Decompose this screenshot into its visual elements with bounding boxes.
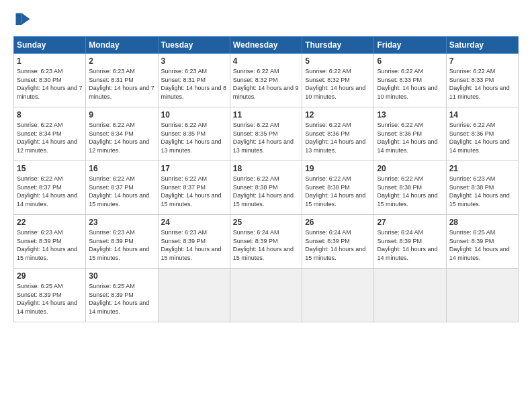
day-number: 1 — [17, 56, 83, 66]
day-cell: 1 Sunrise: 6:23 AM Sunset: 8:30 PM Dayli… — [14, 54, 86, 107]
day-number: 2 — [89, 56, 154, 66]
day-cell: 11 Sunrise: 6:22 AM Sunset: 8:35 PM Dayl… — [230, 107, 302, 161]
day-info: Sunrise: 6:24 AM Sunset: 8:39 PM Dayligh… — [305, 228, 371, 262]
day-number: 3 — [161, 56, 227, 66]
day-cell: 24 Sunrise: 6:23 AM Sunset: 8:39 PM Dayl… — [158, 215, 230, 269]
day-number: 22 — [17, 218, 83, 227]
logo-icon — [13, 11, 32, 30]
svg-rect-1 — [16, 13, 22, 26]
day-number: 19 — [305, 164, 371, 173]
day-cell: 21 Sunrise: 6:23 AM Sunset: 8:38 PM Dayl… — [446, 161, 518, 215]
calendar-table: SundayMondayTuesdayWednesdayThursdayFrid… — [13, 36, 519, 322]
day-info: Sunrise: 6:22 AM Sunset: 8:38 PM Dayligh… — [233, 175, 299, 208]
day-cell: 28 Sunrise: 6:25 AM Sunset: 8:39 PM Dayl… — [446, 215, 518, 269]
day-cell: 12 Sunrise: 6:22 AM Sunset: 8:36 PM Dayl… — [302, 107, 374, 161]
day-info: Sunrise: 6:22 AM Sunset: 8:33 PM Dayligh… — [449, 67, 515, 101]
day-number: 4 — [233, 56, 299, 66]
day-cell: 20 Sunrise: 6:22 AM Sunset: 8:38 PM Dayl… — [374, 161, 446, 215]
day-cell: 19 Sunrise: 6:22 AM Sunset: 8:38 PM Dayl… — [302, 161, 374, 215]
day-cell: 6 Sunrise: 6:22 AM Sunset: 8:33 PM Dayli… — [374, 54, 446, 107]
day-number: 14 — [449, 110, 515, 120]
day-cell: 22 Sunrise: 6:23 AM Sunset: 8:39 PM Dayl… — [14, 215, 86, 269]
day-info: Sunrise: 6:22 AM Sunset: 8:36 PM Dayligh… — [449, 121, 515, 154]
day-number: 20 — [377, 164, 443, 173]
day-cell: 29 Sunrise: 6:25 AM Sunset: 8:39 PM Dayl… — [14, 269, 86, 322]
day-cell: 9 Sunrise: 6:22 AM Sunset: 8:34 PM Dayli… — [86, 107, 158, 161]
day-number: 11 — [233, 110, 299, 120]
day-info: Sunrise: 6:22 AM Sunset: 8:38 PM Dayligh… — [377, 175, 443, 208]
col-header-friday: Friday — [374, 37, 446, 54]
day-cell: 30 Sunrise: 6:25 AM Sunset: 8:39 PM Dayl… — [86, 269, 158, 322]
day-info: Sunrise: 6:23 AM Sunset: 8:38 PM Dayligh… — [449, 175, 515, 208]
day-info: Sunrise: 6:22 AM Sunset: 8:34 PM Dayligh… — [89, 121, 154, 154]
day-number: 17 — [161, 164, 227, 173]
day-info: Sunrise: 6:22 AM Sunset: 8:37 PM Dayligh… — [89, 175, 154, 208]
day-number: 6 — [377, 56, 443, 66]
day-info: Sunrise: 6:23 AM Sunset: 8:31 PM Dayligh… — [89, 67, 154, 101]
page: SundayMondayTuesdayWednesdayThursdayFrid… — [0, 0, 532, 411]
day-cell — [302, 269, 374, 322]
day-info: Sunrise: 6:25 AM Sunset: 8:39 PM Dayligh… — [89, 282, 154, 316]
col-header-monday: Monday — [86, 37, 158, 54]
svg-marker-0 — [21, 13, 30, 26]
day-cell: 27 Sunrise: 6:24 AM Sunset: 8:39 PM Dayl… — [374, 215, 446, 269]
day-info: Sunrise: 6:22 AM Sunset: 8:35 PM Dayligh… — [161, 121, 227, 154]
day-cell: 5 Sunrise: 6:22 AM Sunset: 8:32 PM Dayli… — [302, 54, 374, 107]
header — [13, 11, 519, 30]
day-cell: 18 Sunrise: 6:22 AM Sunset: 8:38 PM Dayl… — [230, 161, 302, 215]
logo — [13, 11, 35, 30]
day-info: Sunrise: 6:22 AM Sunset: 8:38 PM Dayligh… — [305, 175, 371, 208]
day-number: 28 — [449, 218, 515, 227]
day-number: 16 — [89, 164, 154, 173]
day-cell: 14 Sunrise: 6:22 AM Sunset: 8:36 PM Dayl… — [446, 107, 518, 161]
day-number: 23 — [89, 218, 154, 227]
day-info: Sunrise: 6:22 AM Sunset: 8:32 PM Dayligh… — [233, 67, 299, 101]
day-info: Sunrise: 6:22 AM Sunset: 8:32 PM Dayligh… — [305, 67, 371, 101]
day-number: 10 — [161, 110, 227, 120]
week-row-1: 1 Sunrise: 6:23 AM Sunset: 8:30 PM Dayli… — [14, 54, 519, 107]
day-number: 25 — [233, 218, 299, 227]
day-cell — [374, 269, 446, 322]
day-info: Sunrise: 6:22 AM Sunset: 8:36 PM Dayligh… — [377, 121, 443, 154]
day-number: 26 — [305, 218, 371, 227]
day-number: 21 — [449, 164, 515, 173]
day-info: Sunrise: 6:22 AM Sunset: 8:37 PM Dayligh… — [161, 175, 227, 208]
col-header-saturday: Saturday — [446, 37, 518, 54]
col-header-sunday: Sunday — [14, 37, 86, 54]
day-info: Sunrise: 6:24 AM Sunset: 8:39 PM Dayligh… — [233, 228, 299, 262]
day-cell: 26 Sunrise: 6:24 AM Sunset: 8:39 PM Dayl… — [302, 215, 374, 269]
day-number: 12 — [305, 110, 371, 120]
day-number: 7 — [449, 56, 515, 66]
day-cell: 2 Sunrise: 6:23 AM Sunset: 8:31 PM Dayli… — [86, 54, 158, 107]
day-number: 24 — [161, 218, 227, 227]
day-info: Sunrise: 6:23 AM Sunset: 8:30 PM Dayligh… — [17, 67, 83, 101]
day-cell: 10 Sunrise: 6:22 AM Sunset: 8:35 PM Dayl… — [158, 107, 230, 161]
day-info: Sunrise: 6:25 AM Sunset: 8:39 PM Dayligh… — [17, 282, 83, 316]
day-cell: 17 Sunrise: 6:22 AM Sunset: 8:37 PM Dayl… — [158, 161, 230, 215]
day-cell: 3 Sunrise: 6:23 AM Sunset: 8:31 PM Dayli… — [158, 54, 230, 107]
day-number: 5 — [305, 56, 371, 66]
col-header-wednesday: Wednesday — [230, 37, 302, 54]
day-number: 8 — [17, 110, 83, 120]
day-cell: 23 Sunrise: 6:23 AM Sunset: 8:39 PM Dayl… — [86, 215, 158, 269]
day-info: Sunrise: 6:23 AM Sunset: 8:39 PM Dayligh… — [89, 228, 154, 262]
day-number: 15 — [17, 164, 83, 173]
day-number: 18 — [233, 164, 299, 173]
day-info: Sunrise: 6:22 AM Sunset: 8:35 PM Dayligh… — [233, 121, 299, 154]
day-cell: 25 Sunrise: 6:24 AM Sunset: 8:39 PM Dayl… — [230, 215, 302, 269]
day-cell: 15 Sunrise: 6:22 AM Sunset: 8:37 PM Dayl… — [14, 161, 86, 215]
week-row-3: 15 Sunrise: 6:22 AM Sunset: 8:37 PM Dayl… — [14, 161, 519, 215]
week-row-4: 22 Sunrise: 6:23 AM Sunset: 8:39 PM Dayl… — [14, 215, 519, 269]
day-number: 13 — [377, 110, 443, 120]
day-cell: 16 Sunrise: 6:22 AM Sunset: 8:37 PM Dayl… — [86, 161, 158, 215]
week-row-5: 29 Sunrise: 6:25 AM Sunset: 8:39 PM Dayl… — [14, 269, 519, 322]
day-number: 30 — [89, 271, 154, 281]
day-number: 27 — [377, 218, 443, 227]
day-info: Sunrise: 6:25 AM Sunset: 8:39 PM Dayligh… — [449, 228, 515, 262]
day-info: Sunrise: 6:23 AM Sunset: 8:39 PM Dayligh… — [17, 228, 83, 262]
day-cell — [446, 269, 518, 322]
day-info: Sunrise: 6:22 AM Sunset: 8:34 PM Dayligh… — [17, 121, 83, 154]
day-number: 9 — [89, 110, 154, 120]
day-info: Sunrise: 6:23 AM Sunset: 8:39 PM Dayligh… — [161, 228, 227, 262]
day-info: Sunrise: 6:22 AM Sunset: 8:36 PM Dayligh… — [305, 121, 371, 154]
